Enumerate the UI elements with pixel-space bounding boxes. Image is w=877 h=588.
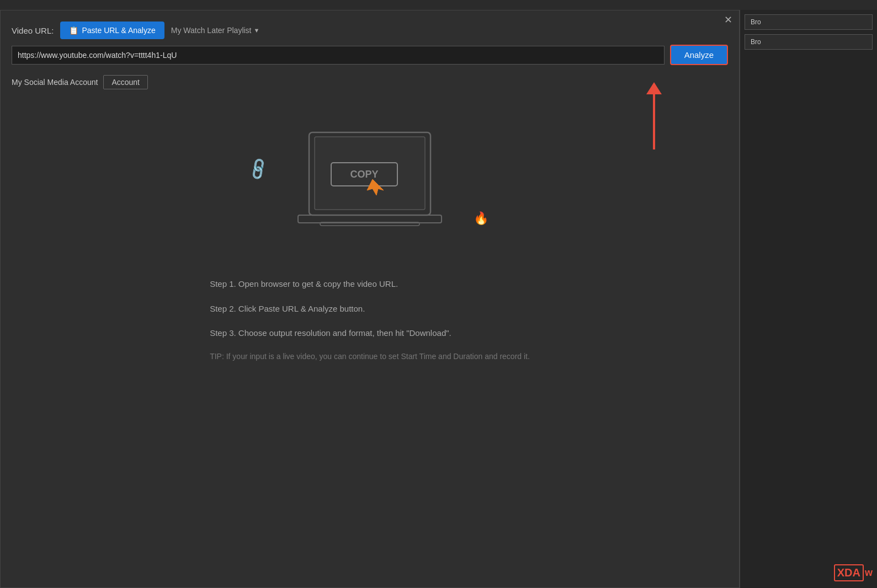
main-dialog: ✕ Video URL: 📋 Paste URL & Analyze My Wa… bbox=[0, 10, 740, 588]
step-2-text: Step 2. Click Paste URL & Analyze button… bbox=[210, 303, 530, 316]
paste-analyze-label: Paste URL & Analyze bbox=[82, 26, 155, 35]
watch-later-label: My Watch Later Playlist bbox=[171, 26, 252, 35]
clipboard-icon: 📋 bbox=[69, 26, 78, 35]
analyze-button[interactable]: Analyze bbox=[670, 45, 728, 65]
svg-rect-5 bbox=[298, 215, 442, 223]
link-icon: 🔗 bbox=[245, 156, 272, 182]
laptop-svg: COPY bbox=[276, 127, 464, 243]
right-panel-item-1[interactable]: Bro bbox=[745, 14, 873, 30]
social-row: My Social Media Account Account bbox=[1, 71, 739, 94]
laptop-illustration: COPY 🔗 🔥 bbox=[276, 127, 464, 245]
arrow-line bbox=[653, 94, 655, 149]
url-input[interactable] bbox=[12, 46, 665, 65]
illustration-area: COPY 🔗 🔥 Step 1. O bbox=[1, 116, 739, 361]
social-media-label: My Social Media Account bbox=[12, 78, 98, 87]
steps-area: Step 1. Open browser to get & copy the v… bbox=[99, 278, 640, 361]
video-url-label: Video URL: bbox=[12, 26, 54, 35]
step-3-text: Step 3. Choose output resolution and for… bbox=[210, 327, 530, 340]
close-button[interactable]: ✕ bbox=[724, 15, 732, 25]
flame-icon: 🔥 bbox=[474, 211, 488, 226]
right-panel-item-2[interactable]: Bro bbox=[745, 34, 873, 50]
paste-analyze-button[interactable]: 📋 Paste URL & Analyze bbox=[60, 22, 164, 39]
svg-text:COPY: COPY bbox=[350, 169, 378, 180]
xda-suffix: w bbox=[865, 567, 873, 579]
watch-later-button[interactable]: My Watch Later Playlist ▼ bbox=[171, 26, 260, 35]
arrow-up-icon bbox=[646, 82, 662, 94]
tip-text: TIP: If your input is a live video, you … bbox=[210, 352, 530, 361]
xda-logo: XDA w bbox=[834, 564, 873, 581]
top-row: Video URL: 📋 Paste URL & Analyze My Watc… bbox=[1, 10, 739, 45]
right-panel: Bro Bro XDA w bbox=[740, 10, 877, 588]
chevron-down-icon: ▼ bbox=[254, 27, 260, 34]
step-1-text: Step 1. Open browser to get & copy the v… bbox=[210, 278, 530, 291]
url-input-row: Analyze bbox=[1, 45, 739, 71]
analyze-arrow-indicator bbox=[646, 82, 662, 149]
account-button[interactable]: Account bbox=[103, 75, 148, 89]
xda-bracket-logo: XDA bbox=[834, 564, 864, 581]
